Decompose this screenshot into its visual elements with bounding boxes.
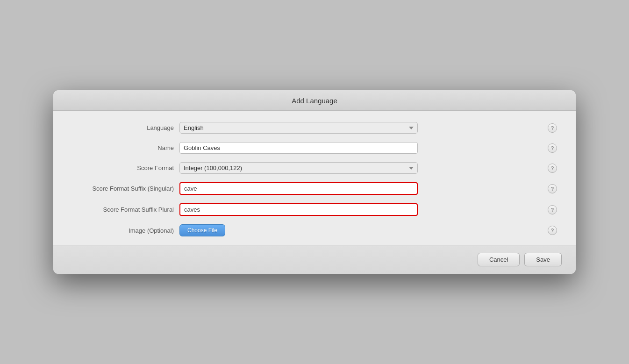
suffix-plural-control bbox=[179, 203, 543, 216]
name-control bbox=[179, 142, 543, 154]
name-row: Name ? bbox=[72, 142, 557, 154]
save-button[interactable]: Save bbox=[524, 253, 562, 266]
choose-file-button[interactable]: Choose File bbox=[179, 224, 225, 236]
image-help-icon[interactable]: ? bbox=[548, 226, 557, 235]
suffix-singular-row: Score Format Suffix (Singular) ? bbox=[72, 182, 557, 195]
name-help-icon[interactable]: ? bbox=[548, 143, 557, 153]
suffix-plural-input[interactable] bbox=[179, 203, 418, 216]
suffix-singular-control bbox=[179, 182, 543, 195]
image-label: Image (Optional) bbox=[72, 227, 179, 234]
language-control: English French German Spanish bbox=[179, 122, 543, 134]
dialog-body: Language English French German Spanish ?… bbox=[53, 111, 576, 236]
language-label: Language bbox=[72, 124, 179, 131]
score-format-label: Score Format bbox=[72, 164, 179, 171]
image-control: Choose File bbox=[179, 224, 543, 236]
score-format-row: Score Format Integer (100,000,122) Decim… bbox=[72, 162, 557, 174]
language-help-icon[interactable]: ? bbox=[548, 123, 557, 133]
language-select[interactable]: English French German Spanish bbox=[179, 122, 418, 134]
suffix-singular-input[interactable] bbox=[179, 182, 418, 195]
image-row: Image (Optional) Choose File ? bbox=[72, 224, 557, 236]
suffix-singular-help-icon[interactable]: ? bbox=[548, 184, 557, 193]
suffix-plural-help-icon[interactable]: ? bbox=[548, 205, 557, 214]
score-format-help-icon[interactable]: ? bbox=[548, 164, 557, 173]
dialog-title: Add Language bbox=[292, 97, 337, 105]
score-format-control: Integer (100,000,122) Decimal (1.23) Per… bbox=[179, 162, 543, 174]
name-input[interactable] bbox=[179, 142, 418, 154]
name-label: Name bbox=[72, 144, 179, 151]
score-format-select[interactable]: Integer (100,000,122) Decimal (1.23) Per… bbox=[179, 162, 418, 174]
add-language-dialog: Add Language Language English French Ger… bbox=[53, 90, 576, 274]
cancel-button[interactable]: Cancel bbox=[478, 253, 520, 266]
dialog-titlebar: Add Language bbox=[53, 90, 576, 111]
suffix-singular-label: Score Format Suffix (Singular) bbox=[72, 185, 179, 192]
language-row: Language English French German Spanish ? bbox=[72, 122, 557, 134]
suffix-plural-label: Score Format Suffix Plural bbox=[72, 206, 179, 213]
dialog-footer: Cancel Save bbox=[53, 245, 576, 274]
suffix-plural-row: Score Format Suffix Plural ? bbox=[72, 203, 557, 216]
